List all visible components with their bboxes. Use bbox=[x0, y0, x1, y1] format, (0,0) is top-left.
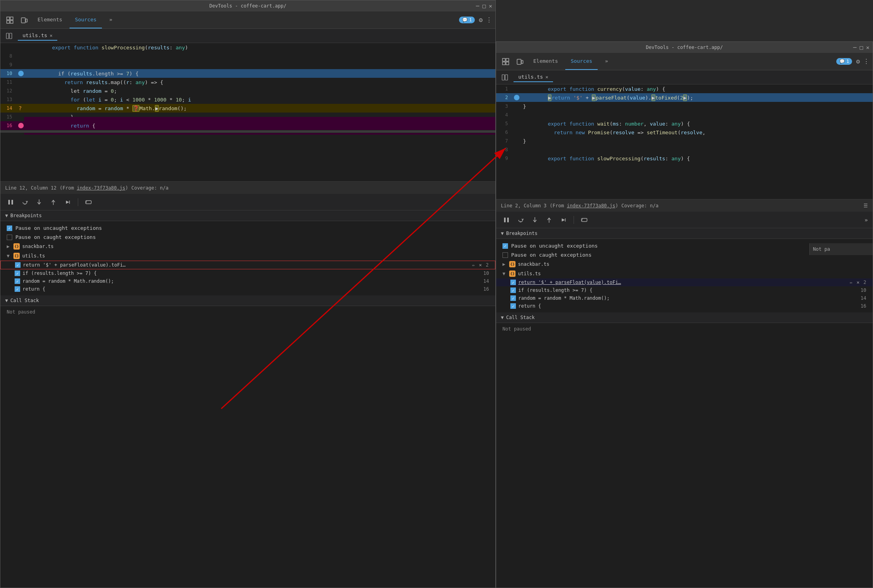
bp-item-1-2[interactable]: return '$' + parseFloat(value).toFi… ✏ ✕… bbox=[496, 278, 873, 286]
bp2-cb-1[interactable] bbox=[15, 271, 20, 276]
close-btn-1[interactable]: ✕ bbox=[489, 3, 492, 9]
minimize-btn-1[interactable]: ─ bbox=[476, 3, 479, 9]
svg-rect-25 bbox=[507, 218, 509, 222]
step-over-btn-1[interactable] bbox=[19, 197, 30, 208]
svg-rect-8 bbox=[8, 200, 10, 205]
breakpoints-arrow-2: ▼ bbox=[501, 231, 504, 236]
breakpoints-header-2[interactable]: ▼ Breakpoints bbox=[496, 228, 873, 239]
bp-item-4-1[interactable]: return { 16 bbox=[0, 285, 495, 293]
panels-section-1[interactable]: ▼ Breakpoints Pause on uncaught exceptio… bbox=[0, 210, 495, 588]
tab-bar-2: Elements Sources » 💬 1 ⚙ ⋮ bbox=[496, 53, 873, 70]
bp-item-2-1[interactable]: if (results.length >= 7) { 10 bbox=[0, 269, 495, 277]
bp1-cb-2[interactable] bbox=[510, 280, 516, 285]
step-out-btn-2[interactable] bbox=[544, 214, 555, 225]
device-icon-2[interactable] bbox=[514, 55, 526, 68]
source-map-link-2[interactable]: index-73f73a80.js bbox=[567, 203, 615, 209]
step-into-btn-2[interactable] bbox=[529, 214, 540, 225]
bp1-cb-1[interactable] bbox=[15, 262, 21, 268]
bp4-linenum-2: 16 bbox=[861, 303, 866, 309]
file-tab-close-2[interactable]: ✕ bbox=[546, 74, 548, 80]
pause-uncaught-cb-2[interactable] bbox=[502, 243, 508, 249]
tab-elements-2[interactable]: Elements bbox=[528, 53, 564, 70]
bp4-cb-2[interactable] bbox=[510, 303, 516, 309]
step-into-btn-1[interactable] bbox=[34, 197, 45, 208]
maximize-btn-1[interactable]: □ bbox=[482, 3, 485, 9]
inspect-icon-2[interactable] bbox=[499, 55, 512, 68]
call-stack-header-2[interactable]: ▼ Call Stack bbox=[496, 312, 873, 323]
svg-rect-21 bbox=[521, 60, 523, 64]
breakpoints-content-1: Pause on uncaught exceptions Pause on ca… bbox=[0, 221, 495, 295]
bp-snackbar-header-1[interactable]: ▶ {} snackbar.ts bbox=[0, 242, 495, 251]
pause-caught-label-2: Pause on caught exceptions bbox=[511, 252, 592, 258]
file-tab-utils-1[interactable]: utils.ts ✕ bbox=[18, 31, 57, 41]
panel-toggle-2[interactable] bbox=[499, 72, 510, 83]
pause-caught-cb-1[interactable] bbox=[7, 235, 12, 240]
file-tab-close-1[interactable]: ✕ bbox=[50, 33, 53, 38]
bp1-code-2: return '$' + parseFloat(value).toFi… bbox=[518, 280, 846, 285]
not-paused-panel: Not pa bbox=[809, 243, 873, 255]
bp3-linenum-1: 14 bbox=[484, 278, 489, 284]
badge-icon-1: 💬 bbox=[462, 17, 468, 23]
bp4-cb-1[interactable] bbox=[15, 286, 20, 292]
breakpoints-header-1[interactable]: ▼ Breakpoints bbox=[0, 210, 495, 221]
step-over-btn-2[interactable] bbox=[515, 214, 526, 225]
bp-utils-header-2[interactable]: ▼ {} utils.ts bbox=[496, 269, 873, 278]
more-menu-btn-2[interactable]: ⋮ bbox=[863, 58, 869, 65]
close-btn-2[interactable]: ✕ bbox=[866, 44, 869, 51]
device-icon-1[interactable] bbox=[18, 14, 30, 26]
status-icon-2[interactable]: ☰ bbox=[864, 203, 868, 209]
file-tab-utils-2[interactable]: utils.ts ✕ bbox=[514, 72, 553, 82]
code-area-2[interactable]: 1 export function currency(value: any) {… bbox=[496, 85, 873, 199]
tab-elements-1[interactable]: Elements bbox=[32, 11, 68, 28]
panels-section-2[interactable]: ▼ Breakpoints Pause on uncaught exceptio… bbox=[496, 228, 873, 588]
tab-sources-1[interactable]: Sources bbox=[70, 11, 102, 28]
bp-utils-header-1[interactable]: ▼ {} utils.ts bbox=[0, 251, 495, 261]
bp-item-4-2[interactable]: return { 16 bbox=[496, 302, 873, 310]
bp1-delete-2[interactable]: ✕ bbox=[857, 280, 860, 285]
bp3-cb-2[interactable] bbox=[510, 295, 516, 301]
more-menu-btn-1[interactable]: ⋮ bbox=[486, 16, 492, 24]
debug-more-btn-2[interactable]: » bbox=[865, 217, 868, 223]
pause-uncaught-1[interactable]: Pause on uncaught exceptions bbox=[0, 224, 495, 233]
tab-sources-2[interactable]: Sources bbox=[565, 53, 598, 70]
bp2-cb-2[interactable] bbox=[510, 287, 516, 293]
inspect-icon-1[interactable] bbox=[4, 14, 16, 26]
settings-btn-1[interactable]: ⚙ bbox=[479, 16, 483, 24]
tab-more-2[interactable]: » bbox=[599, 53, 613, 70]
continue-btn-2[interactable] bbox=[558, 214, 569, 225]
debug-sep-1 bbox=[78, 198, 78, 206]
deactivate-btn-2[interactable] bbox=[579, 214, 590, 225]
bp1-delete-1[interactable]: ✕ bbox=[479, 262, 482, 268]
pause-uncaught-cb-1[interactable] bbox=[7, 225, 12, 231]
snackbar-icon-1: {} bbox=[13, 243, 20, 250]
panel-toggle-1[interactable] bbox=[4, 30, 15, 41]
svg-rect-16 bbox=[502, 58, 505, 61]
minimize-btn-2[interactable]: ─ bbox=[853, 44, 856, 51]
bp3-code-1: random = random * Math.random(); bbox=[23, 278, 481, 284]
call-stack-arrow-1: ▼ bbox=[5, 298, 8, 303]
call-stack-label-2: Call Stack bbox=[506, 315, 534, 320]
pause-caught-1[interactable]: Pause on caught exceptions bbox=[0, 233, 495, 242]
deactivate-btn-1[interactable] bbox=[83, 197, 94, 208]
bp1-edit-2[interactable]: ✏ bbox=[850, 280, 852, 285]
bp2-code-2: if (results.length >= 7) { bbox=[518, 287, 858, 293]
bp-item-3-1[interactable]: random = random * Math.random(); 14 bbox=[0, 277, 495, 285]
pause-btn-2[interactable] bbox=[501, 214, 512, 225]
badge-icon-2: 💬 bbox=[839, 59, 845, 64]
bp-item-3-2[interactable]: random = random * Math.random(); 14 bbox=[496, 294, 873, 302]
settings-btn-2[interactable]: ⚙ bbox=[856, 58, 860, 65]
bp1-edit-1[interactable]: ✏ bbox=[472, 262, 475, 268]
bp-item-2-2[interactable]: if (results.length >= 7) { 10 bbox=[496, 286, 873, 294]
bp3-cb-1[interactable] bbox=[15, 278, 20, 284]
code-area-1[interactable]: export function slowProcessing(results: … bbox=[0, 43, 495, 181]
call-stack-header-1[interactable]: ▼ Call Stack bbox=[0, 295, 495, 306]
bp-snackbar-header-2[interactable]: ▶ {} snackbar.ts bbox=[496, 259, 873, 269]
continue-btn-1[interactable] bbox=[62, 197, 73, 208]
pause-caught-cb-2[interactable] bbox=[502, 252, 508, 258]
maximize-btn-2[interactable]: □ bbox=[860, 44, 863, 51]
step-out-btn-1[interactable] bbox=[48, 197, 59, 208]
source-map-link-1[interactable]: index-73f73a80.js bbox=[77, 185, 125, 191]
bp-item-1-1[interactable]: return '$' + parseFloat(value).toFi… ✏ ✕… bbox=[0, 261, 495, 269]
tab-more-1[interactable]: » bbox=[103, 11, 118, 28]
pause-btn-1[interactable] bbox=[5, 197, 16, 208]
